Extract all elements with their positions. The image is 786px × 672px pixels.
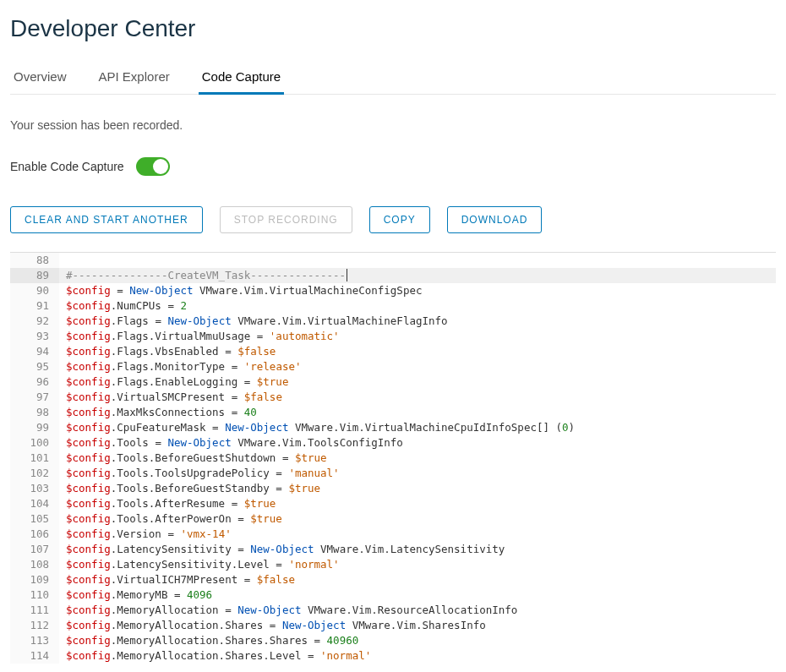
code-line[interactable]: 100$config.Tools = New-Object VMware.Vim… [10,435,776,451]
tab-bar: Overview API Explorer Code Capture [10,63,776,95]
code-line[interactable]: 114$config.MemoryAllocation.Shares.Level… [10,648,776,664]
line-number: 96 [10,374,59,390]
line-number: 108 [10,557,59,572]
code-line[interactable]: 105$config.Tools.AfterPowerOn = $true [10,511,776,527]
code-line[interactable]: 93$config.Flags.VirtualMmuUsage = 'autom… [10,329,776,344]
code-content[interactable]: $config.MemoryMB = 4096 [59,587,212,603]
code-line[interactable]: 91$config.NumCPUs = 2 [10,298,776,314]
code-line[interactable]: 96$config.Flags.EnableLogging = $true [10,374,776,390]
session-message: Your session has been recorded. [10,118,776,132]
line-number: 95 [10,359,59,374]
code-line[interactable]: 107$config.LatencySensitivity = New-Obje… [10,542,776,557]
code-content[interactable]: $config.Tools.BeforeGuestShutdown = $tru… [59,451,327,466]
toggle-knob-icon [153,159,168,174]
code-line[interactable]: 90$config = New-Object VMware.Vim.Virtua… [10,283,776,298]
code-line[interactable]: 110$config.MemoryMB = 4096 [10,587,776,603]
code-line[interactable]: 102$config.Tools.ToolsUpgradePolicy = 'm… [10,466,776,481]
line-number: 114 [10,648,59,664]
line-number: 103 [10,481,59,496]
code-content[interactable]: $config.Tools.ToolsUpgradePolicy = 'manu… [59,466,340,481]
tab-overview[interactable]: Overview [10,63,70,94]
code-line[interactable]: 98$config.MaxMksConnections = 40 [10,405,776,420]
line-number: 104 [10,496,59,511]
line-number: 106 [10,527,59,542]
clear-start-another-button[interactable]: CLEAR AND START ANOTHER [10,206,203,233]
code-content[interactable]: $config.Flags.EnableLogging = $true [59,374,288,390]
code-content[interactable]: $config.CpuFeatureMask = New-Object VMwa… [59,420,575,435]
code-content[interactable]: $config.LatencySensitivity = New-Object … [59,542,505,557]
code-line[interactable]: 111$config.MemoryAllocation = New-Object… [10,603,776,618]
code-line[interactable]: 113$config.MemoryAllocation.Shares.Share… [10,633,776,648]
code-line[interactable]: 108$config.LatencySensitivity.Level = 'n… [10,557,776,572]
enable-code-capture-row: Enable Code Capture [10,157,776,176]
line-number: 91 [10,298,59,314]
code-content[interactable]: $config.Flags.VbsEnabled = $false [59,344,276,359]
line-number: 97 [10,390,59,405]
code-content[interactable]: $config.NumCPUs = 2 [59,298,187,314]
code-content[interactable]: $config.MemoryAllocation = New-Object VM… [59,603,517,618]
code-content[interactable]: $config.MemoryAllocation.Shares = New-Ob… [59,618,486,633]
line-number: 113 [10,633,59,648]
line-number: 94 [10,344,59,359]
code-line[interactable]: 101$config.Tools.BeforeGuestShutdown = $… [10,451,776,466]
line-number: 107 [10,542,59,557]
code-content[interactable]: $config.Flags.VirtualMmuUsage = 'automat… [59,329,340,344]
tab-code-capture[interactable]: Code Capture [199,63,284,94]
line-number: 100 [10,435,59,451]
line-number: 111 [10,603,59,618]
code-content[interactable]: $config.MemoryAllocation.Shares.Level = … [59,648,371,664]
code-line[interactable]: 89#---------------CreateVM_Task---------… [10,268,776,283]
line-number: 105 [10,511,59,527]
code-content[interactable]: $config.VirtualSMCPresent = $false [59,390,282,405]
line-number: 92 [10,314,59,329]
code-line[interactable]: 88 [10,253,776,268]
code-content[interactable]: $config.Tools.AfterPowerOn = $true [59,511,282,527]
code-line[interactable]: 103$config.Tools.BeforeGuestStandby = $t… [10,481,776,496]
line-number: 110 [10,587,59,603]
code-content[interactable]: $config.MaxMksConnections = 40 [59,405,257,420]
code-line[interactable]: 99$config.CpuFeatureMask = New-Object VM… [10,420,776,435]
line-number: 102 [10,466,59,481]
code-content[interactable]: $config.MemoryAllocation.Shares.Shares =… [59,633,358,648]
code-editor[interactable]: 8889#---------------CreateVM_Task-------… [10,252,776,664]
line-number: 93 [10,329,59,344]
page-title: Developer Center [10,15,776,42]
line-number: 89 [10,268,59,283]
line-number: 112 [10,618,59,633]
code-content[interactable]: $config = New-Object VMware.Vim.VirtualM… [59,283,422,298]
code-content[interactable]: #---------------CreateVM_Task-----------… [59,268,776,283]
action-button-row: CLEAR AND START ANOTHER STOP RECORDING C… [10,206,776,233]
download-button[interactable]: DOWNLOAD [447,206,543,233]
tab-api-explorer[interactable]: API Explorer [96,63,173,94]
enable-code-capture-label: Enable Code Capture [10,160,124,173]
code-content[interactable]: $config.Flags.MonitorType = 'release' [59,359,301,374]
code-content[interactable]: $config.Tools.BeforeGuestStandby = $true [59,481,320,496]
code-line[interactable]: 94$config.Flags.VbsEnabled = $false [10,344,776,359]
text-cursor-icon [347,269,347,281]
code-content[interactable]: $config.LatencySensitivity.Level = 'norm… [59,557,340,572]
line-number: 99 [10,420,59,435]
line-number: 98 [10,405,59,420]
code-content[interactable]: $config.Version = 'vmx-14' [59,527,232,542]
code-line[interactable]: 95$config.Flags.MonitorType = 'release' [10,359,776,374]
code-content[interactable]: $config.Tools = New-Object VMware.Vim.To… [59,435,403,451]
line-number: 109 [10,572,59,587]
enable-code-capture-toggle[interactable] [136,157,170,176]
code-line[interactable]: 106$config.Version = 'vmx-14' [10,527,776,542]
line-number: 88 [10,253,59,268]
copy-button[interactable]: COPY [369,206,430,233]
code-line[interactable]: 97$config.VirtualSMCPresent = $false [10,390,776,405]
code-content[interactable]: $config.Flags = New-Object VMware.Vim.Vi… [59,314,448,329]
stop-recording-button: STOP RECORDING [220,206,352,233]
code-line[interactable]: 112$config.MemoryAllocation.Shares = New… [10,618,776,633]
code-content[interactable] [59,253,66,268]
line-number: 101 [10,451,59,466]
code-content[interactable]: $config.VirtualICH7MPresent = $false [59,572,295,587]
line-number: 90 [10,283,59,298]
code-line[interactable]: 104$config.Tools.AfterResume = $true [10,496,776,511]
code-line[interactable]: 109$config.VirtualICH7MPresent = $false [10,572,776,587]
code-content[interactable]: $config.Tools.AfterResume = $true [59,496,276,511]
code-line[interactable]: 92$config.Flags = New-Object VMware.Vim.… [10,314,776,329]
